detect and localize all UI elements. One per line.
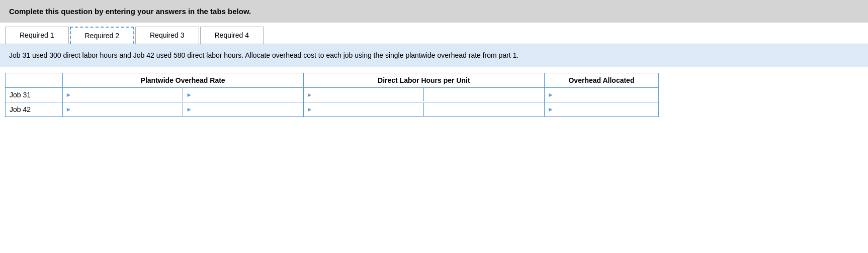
arrow-icon: ►: [186, 91, 192, 98]
instruction-text: Complete this question by entering your …: [9, 7, 251, 16]
description-box: Job 31 used 300 direct labor hours and J…: [0, 44, 868, 67]
plantwide-cell-job42: ► ►: [62, 102, 303, 117]
main-content: Plantwide Overhead Rate Direct Labor Hou…: [0, 73, 868, 127]
arrow-icon: ►: [186, 106, 192, 113]
instruction-header: Complete this question by entering your …: [0, 0, 868, 23]
overhead-cell-job42: ►: [544, 102, 658, 117]
dlh-input1-job31[interactable]: [314, 91, 421, 99]
th-plantwide: Plantwide Overhead Rate: [62, 73, 303, 88]
th-overhead: Overhead Allocated: [544, 73, 658, 88]
plantwide-input2-job31[interactable]: [193, 91, 300, 99]
plantwide-input1-job42[interactable]: [72, 105, 180, 113]
tab-required4[interactable]: Required 4: [200, 27, 264, 44]
row-label-job31: Job 31: [6, 88, 63, 102]
plantwide-cell-job31: ► ►: [62, 88, 303, 102]
tab-required1[interactable]: Required 1: [5, 27, 69, 44]
arrow-icon: ►: [307, 91, 313, 98]
tab-required3[interactable]: Required 3: [135, 27, 199, 44]
arrow-icon: ►: [307, 106, 313, 113]
plantwide-input2-job42[interactable]: [193, 105, 300, 113]
overhead-cell-job31: ►: [544, 88, 658, 102]
plantwide-input1-job31[interactable]: [72, 91, 180, 99]
tab-required2[interactable]: Required 2: [70, 27, 135, 44]
description-text: Job 31 used 300 direct labor hours and J…: [9, 51, 518, 59]
data-table: Plantwide Overhead Rate Direct Labor Hou…: [5, 73, 659, 117]
th-empty: [6, 73, 63, 88]
dlh-input1-job42[interactable]: [314, 105, 421, 113]
dlh-cell-job42: ►: [303, 102, 544, 117]
overhead-input-job31[interactable]: [555, 91, 655, 99]
dlh-cell-job31: ►: [303, 88, 544, 102]
table-row: Job 31 ► ►: [6, 88, 659, 102]
arrow-icon: ►: [66, 106, 72, 113]
overhead-input-job42[interactable]: [555, 105, 655, 113]
table-row: Job 42 ► ►: [6, 102, 659, 117]
tabs-container: Required 1 Required 2 Required 3 Require…: [0, 23, 868, 44]
dlh-input2-job42[interactable]: [427, 105, 541, 113]
th-dlh: Direct Labor Hours per Unit: [303, 73, 544, 88]
dlh-input2-job31[interactable]: [427, 91, 541, 99]
arrow-icon: ►: [548, 106, 554, 113]
row-label-job42: Job 42: [6, 102, 63, 117]
arrow-icon: ►: [66, 91, 72, 98]
arrow-icon: ►: [548, 91, 554, 98]
